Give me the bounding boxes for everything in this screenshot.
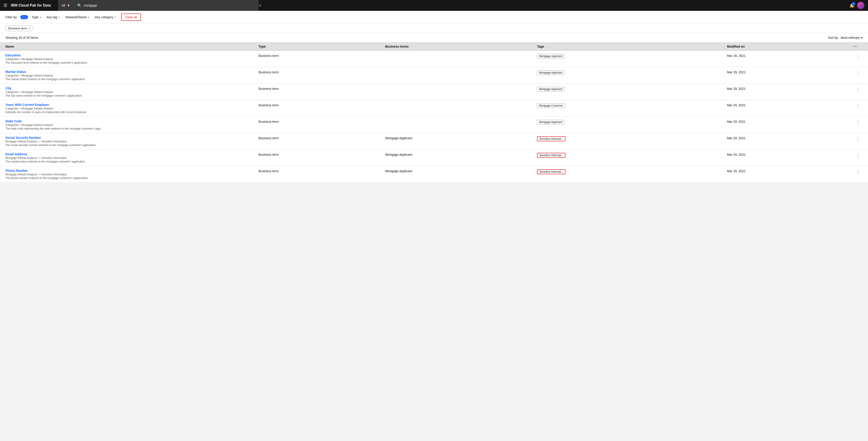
- item-title[interactable]: City: [5, 87, 259, 90]
- sort-by-label: Sort by:: [828, 36, 839, 39]
- item-desc: The social security number entered on th…: [5, 143, 259, 147]
- tag-chip: Mortgage Applicant: [537, 120, 564, 124]
- cell-tags: Mortgage Applicant: [537, 87, 727, 92]
- clear-all-button[interactable]: Clear all: [121, 13, 141, 21]
- tag-chip: Mortgage Applicant: [537, 70, 564, 75]
- table-body: Education Categories > Mortgage Default …: [0, 51, 868, 182]
- tag-chip: Sensitive Informat...: [537, 136, 565, 141]
- user-avatar[interactable]: [857, 2, 864, 9]
- results-count: Showing 25 of 25 items: [5, 36, 38, 39]
- cell-type: Business term: [259, 70, 385, 74]
- cell-type: Business term: [259, 120, 385, 124]
- cell-tags: Sensitive Informat...: [537, 169, 727, 174]
- app-logo: IBM Cloud Pak for Data: [11, 3, 51, 7]
- tag-chip: Mortgage Customer: [537, 103, 565, 108]
- row-overflow-menu-icon[interactable]: ⋮: [854, 54, 863, 59]
- cell-type: Business term: [259, 54, 385, 58]
- cell-name: Education Categories > Mortgage Default …: [5, 54, 259, 64]
- cell-tags: Mortgage Applicant: [537, 120, 727, 124]
- cell-date: Mar 29, 2021: [727, 54, 854, 58]
- cell-type: Business term: [259, 152, 385, 157]
- cell-business-terms: Mortgage Applicant: [385, 169, 537, 173]
- type-filter-badge[interactable]: 1 ✕: [20, 15, 28, 19]
- any-category-label: Any category: [95, 15, 114, 19]
- cell-date: Mar 29, 2021: [727, 120, 854, 124]
- header-modified-on: Modified on: [727, 45, 854, 48]
- sort-select-dropdown[interactable]: Most relevant ▾: [841, 36, 863, 39]
- item-title[interactable]: State Code: [5, 120, 259, 123]
- scope-selector[interactable]: All ▼: [58, 0, 74, 11]
- cell-name: Social Security Number Mortgage Default …: [5, 136, 259, 147]
- sort-chevron-icon: ▾: [861, 36, 863, 39]
- menu-icon[interactable]: ☰: [4, 3, 7, 8]
- any-tag-dropdown[interactable]: Any tag ▾: [45, 14, 61, 20]
- business-term-filter-tag[interactable]: Business term ✕: [5, 26, 33, 31]
- cell-type: Business term: [259, 169, 385, 173]
- filter-bar: Filter by: 1 ✕ Type ▾ Any tag ▾ Steward/…: [0, 11, 868, 24]
- notification-bell[interactable]: 🔔 1: [849, 3, 855, 8]
- cell-name: Email Address Mortgage Default Analysis …: [5, 152, 259, 163]
- any-category-chevron-icon: ▾: [115, 16, 116, 19]
- item-title[interactable]: Email Address: [5, 152, 259, 156]
- cell-date: Mar 29, 2021: [727, 152, 854, 157]
- steward-owner-dropdown[interactable]: Steward/Owner ▾: [63, 14, 91, 20]
- item-desc: The phone number entered on the mortgage…: [5, 176, 259, 180]
- cell-date: Mar 29, 2021: [727, 169, 854, 173]
- cell-name: State Code Categories > Mortgage Default…: [5, 120, 259, 130]
- sort-value: Most relevant: [841, 36, 860, 39]
- table-row: Email Address Mortgage Default Analysis …: [0, 149, 868, 166]
- cell-tags: Mortgage Applicant: [537, 54, 727, 59]
- cell-name: Years With Current Employer Categories >…: [5, 103, 259, 114]
- item-path: Mortgage Default Analysis / > Sensitive …: [5, 173, 259, 176]
- table-row: Social Security Number Mortgage Default …: [0, 133, 868, 149]
- cell-name: Marital Status Categories > Mortgage Def…: [5, 70, 259, 81]
- row-overflow-menu-icon[interactable]: ⋮: [854, 103, 863, 108]
- type-dropdown[interactable]: Type ▾: [30, 14, 43, 20]
- row-overflow-menu-icon[interactable]: ⋮: [854, 120, 863, 125]
- item-title[interactable]: Education: [5, 54, 259, 57]
- table-row: Education Categories > Mortgage Default …: [0, 51, 868, 67]
- steward-label: Steward/Owner: [65, 15, 87, 19]
- item-title[interactable]: Years With Current Employer: [5, 103, 259, 106]
- item-desc: Indicates the number of years of employm…: [5, 111, 259, 114]
- cell-date: Mar 29, 2021: [727, 103, 854, 107]
- table-row: Phone Number Mortgage Default Analysis /…: [0, 166, 868, 182]
- item-title[interactable]: Social Security Number: [5, 136, 259, 139]
- item-desc: The marital status entered on the mortga…: [5, 160, 259, 163]
- badge-close-icon[interactable]: ✕: [24, 16, 26, 19]
- cell-business-terms: [385, 87, 537, 87]
- cell-name: Phone Number Mortgage Default Analysis /…: [5, 169, 259, 180]
- table-row: Years With Current Employer Categories >…: [0, 100, 868, 117]
- cell-type: Business term: [259, 136, 385, 140]
- search-close-icon[interactable]: ✕: [258, 3, 261, 8]
- cell-name: City Categories > Mortgage Default Analy…: [5, 87, 259, 97]
- item-path: Categories > Mortgage Default Analysis: [5, 124, 259, 127]
- filter-by-label: Filter by:: [5, 15, 18, 19]
- item-title[interactable]: Marital Status: [5, 70, 259, 74]
- header-more-icon[interactable]: ⋯: [854, 45, 863, 48]
- active-filters-bar: Business term ✕: [0, 24, 868, 33]
- row-overflow-menu-icon[interactable]: ⋮: [854, 87, 863, 92]
- table-header-row: Name Type Business terms Tags Modified o…: [0, 42, 868, 51]
- item-path: Categories > Mortgage Default Analysis: [5, 107, 259, 110]
- item-title[interactable]: Phone Number: [5, 169, 259, 172]
- row-overflow-menu-icon[interactable]: ⋮: [854, 136, 863, 141]
- item-path: Mortgage Default Analysis / > Sensitive …: [5, 157, 259, 160]
- any-category-dropdown[interactable]: Any category ▾: [93, 14, 118, 20]
- logo-ibm: IBM: [11, 3, 18, 7]
- cell-date: Mar 29, 2021: [727, 136, 854, 140]
- any-tag-label: Any tag: [46, 15, 57, 19]
- business-term-tag-close-icon[interactable]: ✕: [28, 27, 31, 30]
- search-icon: 🔍: [77, 3, 82, 8]
- cell-tags: Mortgage Customer: [537, 103, 727, 108]
- tag-chip: Sensitive Informat...: [537, 153, 565, 158]
- item-desc: The state code representing the state en…: [5, 127, 259, 130]
- row-overflow-menu-icon[interactable]: ⋮: [854, 152, 863, 158]
- cell-tags: Mortgage Applicant: [537, 70, 727, 75]
- row-overflow-menu-icon[interactable]: ⋮: [854, 169, 863, 174]
- cell-business-terms: Mortgage Applicant: [385, 136, 537, 140]
- scope-label: All: [62, 4, 65, 7]
- row-overflow-menu-icon[interactable]: ⋮: [854, 70, 863, 75]
- cell-tags: Sensitive Informat...: [537, 152, 727, 158]
- search-input[interactable]: [84, 4, 255, 7]
